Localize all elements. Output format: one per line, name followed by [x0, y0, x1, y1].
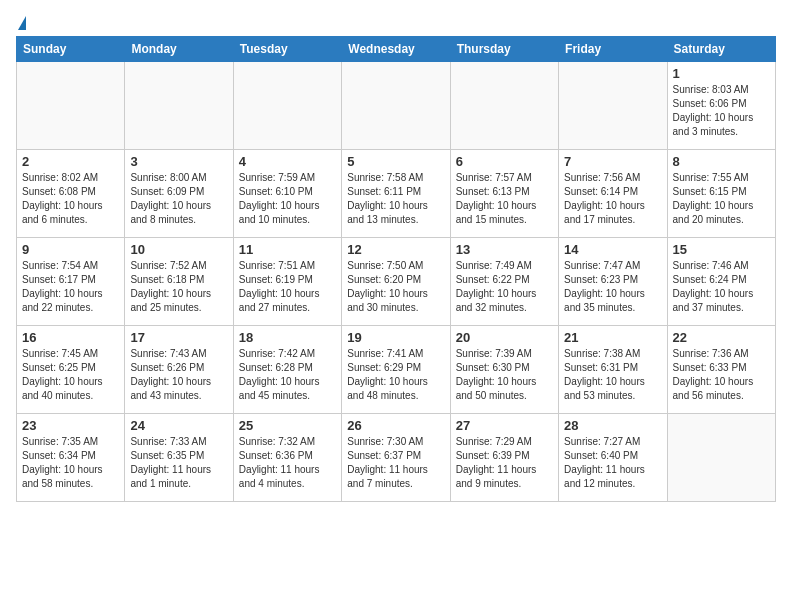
day-number: 17 [130, 330, 227, 345]
calendar-table: SundayMondayTuesdayWednesdayThursdayFrid… [16, 36, 776, 502]
calendar-day-cell: 26Sunrise: 7:30 AM Sunset: 6:37 PM Dayli… [342, 414, 450, 502]
day-number: 11 [239, 242, 336, 257]
day-number: 12 [347, 242, 444, 257]
calendar-day-cell: 9Sunrise: 7:54 AM Sunset: 6:17 PM Daylig… [17, 238, 125, 326]
day-info: Sunrise: 7:36 AM Sunset: 6:33 PM Dayligh… [673, 347, 770, 403]
calendar-day-cell: 17Sunrise: 7:43 AM Sunset: 6:26 PM Dayli… [125, 326, 233, 414]
calendar-day-cell: 11Sunrise: 7:51 AM Sunset: 6:19 PM Dayli… [233, 238, 341, 326]
day-info: Sunrise: 7:30 AM Sunset: 6:37 PM Dayligh… [347, 435, 444, 491]
calendar-day-cell: 22Sunrise: 7:36 AM Sunset: 6:33 PM Dayli… [667, 326, 775, 414]
day-info: Sunrise: 7:33 AM Sunset: 6:35 PM Dayligh… [130, 435, 227, 491]
day-info: Sunrise: 7:32 AM Sunset: 6:36 PM Dayligh… [239, 435, 336, 491]
day-number: 9 [22, 242, 119, 257]
calendar-day-cell [667, 414, 775, 502]
calendar-day-cell: 18Sunrise: 7:42 AM Sunset: 6:28 PM Dayli… [233, 326, 341, 414]
day-info: Sunrise: 7:49 AM Sunset: 6:22 PM Dayligh… [456, 259, 553, 315]
day-info: Sunrise: 7:42 AM Sunset: 6:28 PM Dayligh… [239, 347, 336, 403]
weekday-header-row: SundayMondayTuesdayWednesdayThursdayFrid… [17, 37, 776, 62]
calendar-day-cell: 6Sunrise: 7:57 AM Sunset: 6:13 PM Daylig… [450, 150, 558, 238]
calendar-day-cell [233, 62, 341, 150]
calendar-day-cell [125, 62, 233, 150]
calendar-day-cell: 23Sunrise: 7:35 AM Sunset: 6:34 PM Dayli… [17, 414, 125, 502]
day-number: 7 [564, 154, 661, 169]
calendar-day-cell: 24Sunrise: 7:33 AM Sunset: 6:35 PM Dayli… [125, 414, 233, 502]
logo [16, 16, 26, 30]
calendar-week-row: 1Sunrise: 8:03 AM Sunset: 6:06 PM Daylig… [17, 62, 776, 150]
weekday-header-cell: Saturday [667, 37, 775, 62]
day-number: 21 [564, 330, 661, 345]
day-info: Sunrise: 7:58 AM Sunset: 6:11 PM Dayligh… [347, 171, 444, 227]
day-info: Sunrise: 7:47 AM Sunset: 6:23 PM Dayligh… [564, 259, 661, 315]
calendar-week-row: 23Sunrise: 7:35 AM Sunset: 6:34 PM Dayli… [17, 414, 776, 502]
weekday-header-cell: Sunday [17, 37, 125, 62]
day-number: 24 [130, 418, 227, 433]
day-number: 28 [564, 418, 661, 433]
calendar-day-cell [17, 62, 125, 150]
calendar-day-cell: 1Sunrise: 8:03 AM Sunset: 6:06 PM Daylig… [667, 62, 775, 150]
calendar-day-cell: 10Sunrise: 7:52 AM Sunset: 6:18 PM Dayli… [125, 238, 233, 326]
day-info: Sunrise: 7:27 AM Sunset: 6:40 PM Dayligh… [564, 435, 661, 491]
page-header [16, 16, 776, 30]
day-number: 27 [456, 418, 553, 433]
day-number: 23 [22, 418, 119, 433]
weekday-header-cell: Friday [559, 37, 667, 62]
calendar-day-cell: 27Sunrise: 7:29 AM Sunset: 6:39 PM Dayli… [450, 414, 558, 502]
day-info: Sunrise: 7:52 AM Sunset: 6:18 PM Dayligh… [130, 259, 227, 315]
calendar-day-cell: 19Sunrise: 7:41 AM Sunset: 6:29 PM Dayli… [342, 326, 450, 414]
calendar-day-cell: 13Sunrise: 7:49 AM Sunset: 6:22 PM Dayli… [450, 238, 558, 326]
weekday-header-cell: Wednesday [342, 37, 450, 62]
day-number: 25 [239, 418, 336, 433]
calendar-week-row: 9Sunrise: 7:54 AM Sunset: 6:17 PM Daylig… [17, 238, 776, 326]
calendar-week-row: 16Sunrise: 7:45 AM Sunset: 6:25 PM Dayli… [17, 326, 776, 414]
day-info: Sunrise: 7:59 AM Sunset: 6:10 PM Dayligh… [239, 171, 336, 227]
calendar-day-cell: 8Sunrise: 7:55 AM Sunset: 6:15 PM Daylig… [667, 150, 775, 238]
day-number: 19 [347, 330, 444, 345]
day-number: 6 [456, 154, 553, 169]
day-info: Sunrise: 8:03 AM Sunset: 6:06 PM Dayligh… [673, 83, 770, 139]
calendar-day-cell: 14Sunrise: 7:47 AM Sunset: 6:23 PM Dayli… [559, 238, 667, 326]
day-number: 4 [239, 154, 336, 169]
calendar-day-cell [559, 62, 667, 150]
day-number: 2 [22, 154, 119, 169]
weekday-header-cell: Monday [125, 37, 233, 62]
weekday-header-cell: Thursday [450, 37, 558, 62]
day-info: Sunrise: 8:00 AM Sunset: 6:09 PM Dayligh… [130, 171, 227, 227]
calendar-day-cell: 7Sunrise: 7:56 AM Sunset: 6:14 PM Daylig… [559, 150, 667, 238]
day-number: 10 [130, 242, 227, 257]
calendar-day-cell: 2Sunrise: 8:02 AM Sunset: 6:08 PM Daylig… [17, 150, 125, 238]
day-number: 8 [673, 154, 770, 169]
weekday-header-cell: Tuesday [233, 37, 341, 62]
day-info: Sunrise: 7:50 AM Sunset: 6:20 PM Dayligh… [347, 259, 444, 315]
day-number: 13 [456, 242, 553, 257]
day-info: Sunrise: 7:43 AM Sunset: 6:26 PM Dayligh… [130, 347, 227, 403]
day-info: Sunrise: 7:41 AM Sunset: 6:29 PM Dayligh… [347, 347, 444, 403]
day-info: Sunrise: 7:55 AM Sunset: 6:15 PM Dayligh… [673, 171, 770, 227]
calendar-day-cell: 12Sunrise: 7:50 AM Sunset: 6:20 PM Dayli… [342, 238, 450, 326]
calendar-day-cell: 25Sunrise: 7:32 AM Sunset: 6:36 PM Dayli… [233, 414, 341, 502]
calendar-day-cell: 15Sunrise: 7:46 AM Sunset: 6:24 PM Dayli… [667, 238, 775, 326]
day-info: Sunrise: 7:29 AM Sunset: 6:39 PM Dayligh… [456, 435, 553, 491]
day-info: Sunrise: 7:35 AM Sunset: 6:34 PM Dayligh… [22, 435, 119, 491]
day-info: Sunrise: 8:02 AM Sunset: 6:08 PM Dayligh… [22, 171, 119, 227]
day-info: Sunrise: 7:46 AM Sunset: 6:24 PM Dayligh… [673, 259, 770, 315]
calendar-body: 1Sunrise: 8:03 AM Sunset: 6:06 PM Daylig… [17, 62, 776, 502]
calendar-day-cell: 28Sunrise: 7:27 AM Sunset: 6:40 PM Dayli… [559, 414, 667, 502]
calendar-day-cell: 3Sunrise: 8:00 AM Sunset: 6:09 PM Daylig… [125, 150, 233, 238]
calendar-day-cell [342, 62, 450, 150]
calendar-day-cell: 21Sunrise: 7:38 AM Sunset: 6:31 PM Dayli… [559, 326, 667, 414]
day-info: Sunrise: 7:51 AM Sunset: 6:19 PM Dayligh… [239, 259, 336, 315]
day-number: 15 [673, 242, 770, 257]
day-number: 3 [130, 154, 227, 169]
day-number: 1 [673, 66, 770, 81]
logo-triangle-icon [18, 16, 26, 30]
day-info: Sunrise: 7:38 AM Sunset: 6:31 PM Dayligh… [564, 347, 661, 403]
day-info: Sunrise: 7:45 AM Sunset: 6:25 PM Dayligh… [22, 347, 119, 403]
day-number: 18 [239, 330, 336, 345]
day-info: Sunrise: 7:56 AM Sunset: 6:14 PM Dayligh… [564, 171, 661, 227]
day-number: 26 [347, 418, 444, 433]
day-info: Sunrise: 7:57 AM Sunset: 6:13 PM Dayligh… [456, 171, 553, 227]
day-info: Sunrise: 7:54 AM Sunset: 6:17 PM Dayligh… [22, 259, 119, 315]
day-info: Sunrise: 7:39 AM Sunset: 6:30 PM Dayligh… [456, 347, 553, 403]
day-number: 14 [564, 242, 661, 257]
day-number: 16 [22, 330, 119, 345]
